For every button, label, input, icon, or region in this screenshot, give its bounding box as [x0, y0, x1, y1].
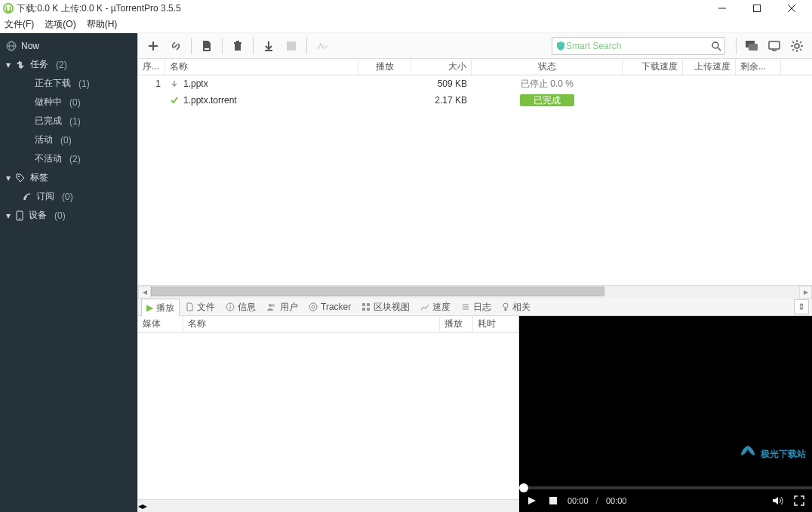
minimize-button[interactable]: [705, 0, 740, 17]
player-time-total: 00:00: [606, 496, 627, 505]
search-box[interactable]: [552, 37, 725, 55]
tab-pieces-label: 区块视图: [374, 301, 410, 314]
sidebar-active[interactable]: 活动 (0): [0, 130, 137, 149]
sidebar-completed[interactable]: 已完成 (1): [0, 112, 137, 130]
sidebar-tasks-count: (2): [56, 60, 67, 70]
video-area[interactable]: 极光下载站: [519, 316, 812, 486]
lower-panel: 媒体 名称 播放 耗时 ◂ ▸ 极光下载站: [138, 316, 812, 512]
share-dropdown-button[interactable]: [312, 35, 333, 57]
watermark-icon: [738, 444, 758, 464]
remote-button[interactable]: [764, 35, 785, 57]
info-icon: [226, 302, 235, 311]
close-button[interactable]: [774, 0, 809, 17]
tab-related[interactable]: 相关: [497, 298, 535, 316]
tab-files[interactable]: 文件: [181, 298, 220, 316]
col-ulspeed[interactable]: 上传速度: [683, 59, 736, 75]
window-title: 下载:0.0 K 上传:0.0 K - µTorrentPro 3.5.5: [17, 2, 181, 15]
lh-play[interactable]: 播放: [440, 316, 473, 332]
settings-button[interactable]: [786, 35, 807, 57]
sidebar-seeding-count: (0): [69, 97, 81, 108]
col-status[interactable]: 状态: [472, 59, 623, 75]
phone-icon: [15, 210, 24, 221]
menu-help[interactable]: 帮助(H): [87, 18, 118, 31]
globe-icon: [6, 41, 17, 51]
player-stop-button[interactable]: [546, 494, 560, 507]
scroll-thumb[interactable]: [151, 287, 604, 296]
lh-name[interactable]: 名称: [183, 316, 440, 332]
table-hscrollbar[interactable]: ◂ ▸: [138, 285, 812, 298]
lh-duration[interactable]: 耗时: [473, 316, 518, 332]
sidebar-labels[interactable]: ▾ 标签: [0, 168, 137, 187]
tab-play[interactable]: ▶播放: [141, 299, 180, 317]
search-input[interactable]: [566, 41, 711, 51]
sidebar-inactive-count: (2): [69, 154, 81, 164]
col-play[interactable]: 播放: [358, 59, 411, 75]
svg-point-27: [795, 44, 799, 48]
col-name[interactable]: 名称: [165, 59, 358, 75]
add-torrent-button[interactable]: [143, 35, 164, 57]
sidebar-devices[interactable]: ▾ 设备 (0): [0, 206, 137, 225]
sidebar-inactive[interactable]: 不活动 (2): [0, 149, 137, 168]
users-icon: [266, 302, 277, 311]
app-logo-icon: [3, 3, 14, 14]
content: 序... 名称 播放 大小 状态 下载速度 上传速度 剩余... 1 1.ppt…: [137, 33, 812, 512]
table-row[interactable]: 1.pptx.torrent 2.17 KB 已完成: [138, 92, 812, 109]
col-seq[interactable]: 序...: [138, 59, 165, 75]
col-dlspeed[interactable]: 下载速度: [623, 59, 683, 75]
progress-handle[interactable]: [519, 483, 528, 492]
svg-line-33: [800, 49, 801, 51]
player-volume-button[interactable]: [771, 494, 785, 507]
cell-seq: [138, 92, 165, 109]
scroll-right-icon[interactable]: ▸: [143, 501, 147, 511]
sidebar-active-count: (0): [60, 135, 72, 146]
tab-log-label: 日志: [473, 301, 491, 314]
sidebar-tasks-label: 任务: [30, 58, 48, 71]
player-time-current: 00:00: [567, 496, 589, 505]
chat-button[interactable]: [741, 35, 762, 57]
tab-log[interactable]: 日志: [457, 298, 496, 316]
sidebar-seeding[interactable]: 做种中 (0): [0, 93, 137, 112]
search-icon[interactable]: [711, 41, 721, 51]
player-fullscreen-button[interactable]: [792, 494, 806, 507]
tab-expand-button[interactable]: ⇕: [794, 299, 809, 314]
lh-media[interactable]: 媒体: [138, 316, 183, 332]
col-eta[interactable]: 剩余...: [736, 59, 781, 75]
svg-rect-17: [236, 41, 239, 42]
scroll-left-icon[interactable]: ◂: [138, 286, 151, 299]
tab-tracker[interactable]: Tracker: [304, 298, 355, 316]
svg-marker-54: [773, 497, 778, 504]
watermark: 极光下载站: [738, 444, 806, 464]
create-torrent-button[interactable]: [196, 35, 217, 57]
tab-info[interactable]: 信息: [221, 298, 260, 316]
toolbar: [138, 33, 812, 59]
player-progress[interactable]: [519, 486, 812, 489]
svg-rect-25: [769, 41, 780, 49]
menu-options[interactable]: 选项(O): [45, 18, 75, 31]
sidebar-downloading[interactable]: 正在下载 (1): [0, 74, 137, 93]
table-row[interactable]: 1 1.pptx 509 KB 已停止 0.0 %: [138, 75, 812, 92]
sidebar: Now ▾ 任务 (2) 正在下载 (1) 做种中 (0) 已完成 (1) 活动…: [0, 33, 137, 512]
delete-button[interactable]: [227, 35, 248, 57]
player-play-button[interactable]: [525, 494, 539, 507]
tab-speed[interactable]: 速度: [416, 298, 455, 316]
svg-rect-2: [754, 5, 761, 12]
menu-file[interactable]: 文件(F): [5, 18, 34, 31]
col-size[interactable]: 大小: [411, 59, 472, 75]
scroll-right-icon[interactable]: ▸: [799, 286, 812, 299]
start-button[interactable]: [258, 35, 279, 57]
add-url-button[interactable]: [165, 35, 186, 57]
sidebar-tasks[interactable]: ▾ 任务 (2): [0, 55, 137, 74]
tab-pieces[interactable]: 区块视图: [357, 298, 414, 316]
tab-peers[interactable]: 用户: [262, 298, 303, 316]
sidebar-feeds[interactable]: 订阅 (0): [0, 187, 137, 206]
sidebar-completed-label: 已完成: [35, 115, 62, 127]
list-icon: [461, 302, 470, 311]
stop-button[interactable]: [281, 35, 302, 57]
sidebar-now[interactable]: Now: [0, 36, 137, 55]
media-hscrollbar[interactable]: ◂ ▸: [138, 499, 518, 512]
table-header: 序... 名称 播放 大小 状态 下载速度 上传速度 剩余...: [138, 59, 812, 75]
titlebar: 下载:0.0 K 上传:0.0 K - µTorrentPro 3.5.5: [0, 0, 812, 17]
maximize-button[interactable]: [740, 0, 774, 17]
scroll-track[interactable]: [151, 286, 799, 299]
sidebar-devices-count: (0): [54, 210, 66, 221]
